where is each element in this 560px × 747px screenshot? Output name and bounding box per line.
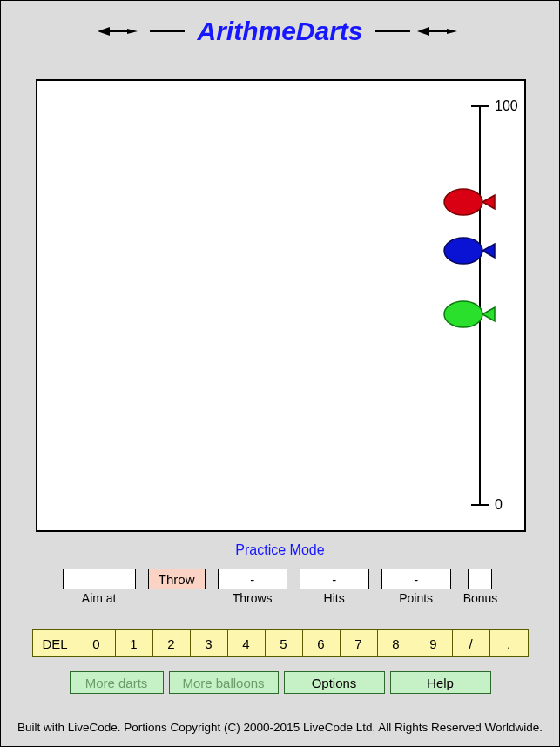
key-dot[interactable]: . xyxy=(490,630,528,656)
throws-label: Throws xyxy=(233,591,273,605)
svg-marker-2 xyxy=(127,29,138,34)
bonus-value xyxy=(468,569,492,589)
key-3[interactable]: 3 xyxy=(191,630,228,656)
aim-at-label: Aim at xyxy=(82,591,117,605)
bonus-group: Bonus xyxy=(463,569,498,605)
key-2[interactable]: 2 xyxy=(153,630,191,656)
header-line xyxy=(150,30,185,32)
mode-label: Practice Mode xyxy=(1,542,559,558)
control-row: More darts More balloons Options Help xyxy=(1,671,559,694)
footer-text: Built with LiveCode. Portions Copyright … xyxy=(1,721,559,734)
points-value: - xyxy=(381,569,451,589)
throws-value: - xyxy=(218,569,287,589)
svg-marker-7 xyxy=(482,195,495,209)
points-group: - Points xyxy=(381,569,451,605)
key-del[interactable]: DEL xyxy=(33,630,78,656)
balloon-icon xyxy=(442,299,500,333)
aim-at-input[interactable] xyxy=(63,569,136,589)
key-1[interactable]: 1 xyxy=(116,630,153,656)
more-balloons-button[interactable]: More balloons xyxy=(169,671,279,694)
svg-marker-3 xyxy=(417,27,429,36)
key-4[interactable]: 4 xyxy=(228,630,266,656)
help-button[interactable]: Help xyxy=(390,671,491,694)
key-7[interactable]: 7 xyxy=(341,630,378,656)
hits-value: - xyxy=(300,569,369,589)
app-window: ArithmeDarts 100 0 Practice Mode Aim at xyxy=(0,0,560,747)
bonus-label: Bonus xyxy=(463,591,498,605)
header: ArithmeDarts xyxy=(1,1,559,53)
svg-rect-1 xyxy=(110,30,127,32)
throw-group: Throw xyxy=(148,569,206,605)
scale-label-top: 100 xyxy=(495,98,518,114)
throws-group: - Throws xyxy=(218,569,287,605)
scale-label-bottom: 0 xyxy=(495,497,503,513)
throw-button[interactable]: Throw xyxy=(148,569,206,589)
header-line xyxy=(375,30,410,32)
svg-marker-0 xyxy=(98,27,110,36)
scale-tick xyxy=(471,504,489,506)
key-9[interactable]: 9 xyxy=(415,630,453,656)
hits-label: Hits xyxy=(324,591,345,605)
svg-marker-9 xyxy=(482,244,495,258)
keypad: DEL0123456789/. xyxy=(32,629,529,657)
key-5[interactable]: 5 xyxy=(266,630,303,656)
svg-point-8 xyxy=(444,238,482,264)
key-0[interactable]: 0 xyxy=(78,630,116,656)
svg-marker-11 xyxy=(482,307,495,321)
svg-marker-5 xyxy=(447,29,457,34)
playfield: 100 0 xyxy=(36,79,526,532)
points-label: Points xyxy=(399,591,433,605)
svg-point-10 xyxy=(444,301,482,327)
balloon-icon xyxy=(442,187,500,220)
svg-point-6 xyxy=(444,189,482,215)
key-8[interactable]: 8 xyxy=(378,630,415,656)
dart-icon xyxy=(98,25,143,37)
svg-rect-4 xyxy=(429,30,447,32)
app-title: ArithmeDarts xyxy=(192,17,368,46)
dart-icon xyxy=(417,25,462,37)
scale-tick xyxy=(471,105,489,107)
aim-at-group: Aim at xyxy=(63,569,136,605)
key-slash[interactable]: / xyxy=(453,630,490,656)
balloon-icon xyxy=(442,236,500,269)
more-darts-button[interactable]: More darts xyxy=(70,671,164,694)
hits-group: - Hits xyxy=(300,569,369,605)
key-6[interactable]: 6 xyxy=(303,630,341,656)
options-button[interactable]: Options xyxy=(284,671,385,694)
stats-row: Aim at Throw - Throws - Hits - Points Bo… xyxy=(1,569,559,605)
